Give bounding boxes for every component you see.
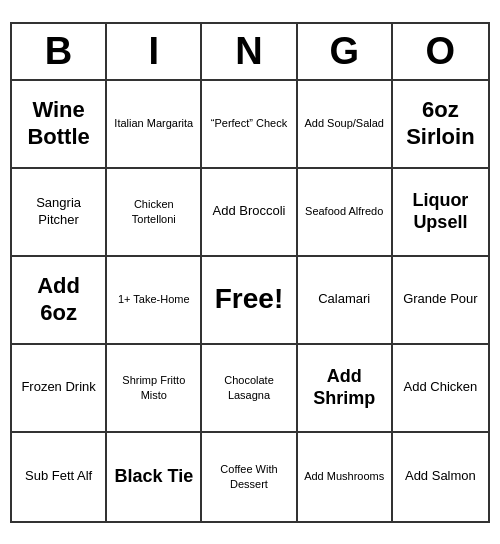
bingo-letter-n: N [202,24,297,79]
bingo-letter-g: G [298,24,393,79]
bingo-cell-15: Frozen Drink [12,345,107,433]
cell-text-19: Add Chicken [404,379,478,396]
bingo-letter-o: O [393,24,488,79]
cell-text-16: Shrimp Fritto Misto [111,373,196,402]
cell-text-4: 6oz Sirloin [397,97,484,150]
bingo-cell-7: Add Broccoli [202,169,297,257]
cell-text-0: Wine Bottle [16,97,101,150]
bingo-cell-16: Shrimp Fritto Misto [107,345,202,433]
cell-text-13: Calamari [318,291,370,308]
cell-text-5: Sangria Pitcher [16,195,101,229]
bingo-cell-23: Add Mushrooms [298,433,393,521]
bingo-cell-4: 6oz Sirloin [393,81,488,169]
bingo-card: BINGO Wine BottleItalian Margarita“Perfe… [10,22,490,523]
bingo-cell-19: Add Chicken [393,345,488,433]
bingo-cell-1: Italian Margarita [107,81,202,169]
cell-text-21: Black Tie [114,466,193,488]
cell-text-7: Add Broccoli [213,203,286,220]
cell-text-2: “Perfect” Check [211,116,287,130]
bingo-cell-3: Add Soup/Salad [298,81,393,169]
bingo-cell-22: Coffee With Dessert [202,433,297,521]
cell-text-1: Italian Margarita [114,116,193,130]
bingo-cell-21: Black Tie [107,433,202,521]
bingo-cell-10: Add 6oz [12,257,107,345]
cell-text-11: 1+ Take-Home [118,292,190,306]
cell-text-9: Liquor Upsell [397,190,484,233]
cell-text-6: Chicken Tortelloni [111,197,196,226]
cell-text-24: Add Salmon [405,468,476,485]
bingo-grid: Wine BottleItalian Margarita“Perfect” Ch… [12,81,488,521]
cell-text-14: Grande Pour [403,291,477,308]
bingo-cell-20: Sub Fett Alf [12,433,107,521]
bingo-letter-b: B [12,24,107,79]
bingo-cell-11: 1+ Take-Home [107,257,202,345]
cell-text-12: Free! [215,281,283,317]
bingo-cell-9: Liquor Upsell [393,169,488,257]
bingo-cell-2: “Perfect” Check [202,81,297,169]
bingo-cell-6: Chicken Tortelloni [107,169,202,257]
bingo-header: BINGO [12,24,488,81]
cell-text-20: Sub Fett Alf [25,468,92,485]
cell-text-22: Coffee With Dessert [206,462,291,491]
bingo-cell-24: Add Salmon [393,433,488,521]
bingo-cell-17: Chocolate Lasagna [202,345,297,433]
cell-text-15: Frozen Drink [21,379,95,396]
bingo-cell-5: Sangria Pitcher [12,169,107,257]
bingo-cell-12: Free! [202,257,297,345]
bingo-letter-i: I [107,24,202,79]
bingo-cell-0: Wine Bottle [12,81,107,169]
cell-text-10: Add 6oz [16,273,101,326]
cell-text-3: Add Soup/Salad [304,116,384,130]
cell-text-23: Add Mushrooms [304,469,384,483]
bingo-cell-8: Seafood Alfredo [298,169,393,257]
cell-text-17: Chocolate Lasagna [206,373,291,402]
bingo-cell-14: Grande Pour [393,257,488,345]
bingo-cell-13: Calamari [298,257,393,345]
bingo-cell-18: Add Shrimp [298,345,393,433]
cell-text-8: Seafood Alfredo [305,204,383,218]
cell-text-18: Add Shrimp [302,366,387,409]
